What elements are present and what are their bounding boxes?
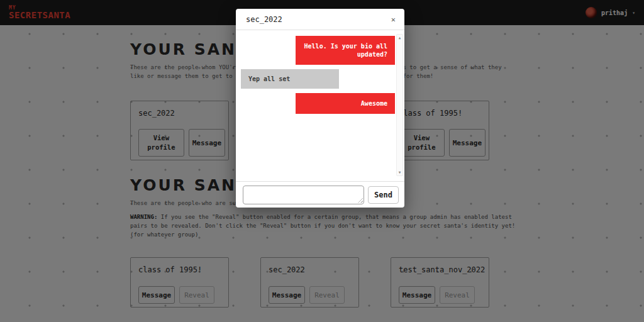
close-icon[interactable]: ✕ [391, 16, 396, 23]
chat-message-area: Hello. Is your bio all updated? Yep all … [236, 30, 404, 181]
chat-message-list: Hello. Is your bio all updated? Yep all … [241, 36, 395, 181]
chat-dialog-footer: Send [236, 181, 404, 208]
scroll-down-icon[interactable]: ▼ [399, 170, 401, 174]
chat-bubble-received: Yep all set [241, 69, 339, 89]
message-input[interactable] [243, 186, 364, 204]
chat-dialog-header: sec_2022 ✕ [236, 9, 404, 30]
chat-bubble-sent: Hello. Is your bio all updated? [296, 36, 395, 65]
send-button[interactable]: Send [368, 186, 399, 204]
message-input-wrapper [243, 186, 364, 204]
chat-dialog-title: sec_2022 [246, 15, 282, 24]
chat-bubble-sent: Awesome [296, 93, 395, 114]
chat-dialog: sec_2022 ✕ Hello. Is your bio all update… [236, 9, 404, 208]
scroll-up-icon[interactable]: ▲ [399, 36, 401, 40]
chat-scrollbar[interactable]: ▲ ▼ [396, 34, 403, 176]
